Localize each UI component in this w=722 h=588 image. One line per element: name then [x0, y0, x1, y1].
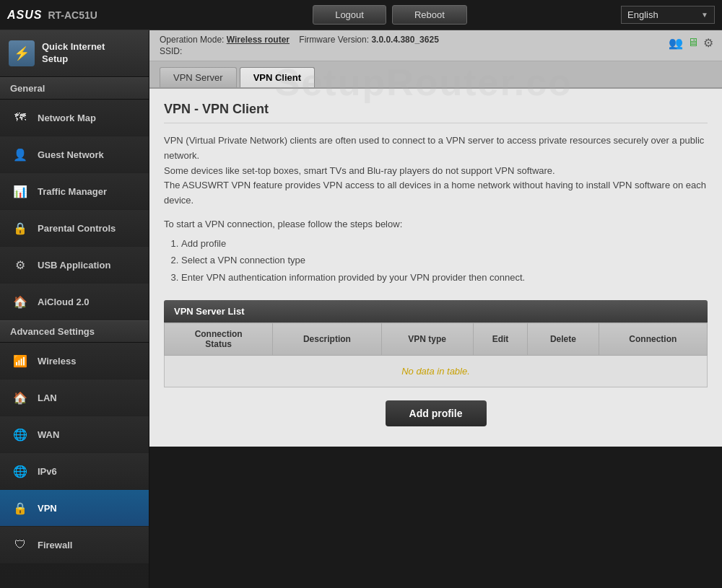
sidebar-label-wan: WAN — [38, 429, 59, 440]
sidebar-label-guest-network: Guest Network — [38, 149, 104, 160]
desc-line-2: Some devices like set-top boxes, smart T… — [164, 165, 555, 176]
col-connection-status: ConnectionStatus — [165, 323, 273, 356]
sidebar-item-wan[interactable]: 🌐 WAN — [0, 416, 149, 453]
sidebar-label-usb-application: USB Application — [38, 260, 110, 271]
content-area: Operation Mode: Wireless router Firmware… — [149, 30, 722, 447]
sidebar-label-lan: LAN — [38, 392, 57, 403]
steps-list: Add profile Select a VPN connection type… — [181, 235, 708, 286]
ipv6-icon: 🌐 — [10, 461, 30, 481]
quick-setup-item[interactable]: ⚡ Quick InternetSetup — [0, 30, 149, 77]
users-icon: 👥 — [669, 36, 683, 50]
page-content: VPN - VPN Client VPN (Virtual Private Ne… — [149, 89, 722, 447]
page-title: VPN - VPN Client — [164, 102, 708, 123]
sidebar-item-network-map[interactable]: 🗺 Network Map — [0, 100, 149, 136]
step-1: Add profile — [181, 235, 708, 252]
col-connection: Connection — [599, 323, 707, 356]
steps-intro: To start a VPN connection, please follow… — [164, 219, 708, 229]
logout-button[interactable]: Logout — [313, 5, 386, 25]
traffic-manager-icon: 📊 — [10, 181, 30, 201]
sidebar-label-ipv6: IPv6 — [38, 466, 57, 477]
vpn-table-section: VPN Server List ConnectionStatus Descrip… — [164, 300, 708, 387]
no-data-cell: No data in table. — [165, 356, 708, 387]
table-header-bar: VPN Server List — [164, 300, 708, 322]
top-buttons: Logout Reboot — [159, 5, 621, 25]
parental-controls-icon: 🔒 — [10, 218, 30, 238]
sidebar-item-parental-controls[interactable]: 🔒 Parental Controls — [0, 210, 149, 247]
advanced-section-header: Advanced Settings — [0, 320, 149, 343]
wan-icon: 🌐 — [10, 424, 30, 444]
connection-status-icon: 🖥 — [687, 36, 699, 50]
desc-line-1: VPN (Virtual Private Network) clients ar… — [164, 135, 704, 161]
chevron-down-icon: ▼ — [701, 11, 708, 19]
ssid-label: SSID: — [160, 46, 182, 56]
wireless-icon: 📶 — [10, 351, 30, 371]
sidebar-item-usb-application[interactable]: ⚙ USB Application — [0, 247, 149, 284]
step-3: Enter VPN authentication information pro… — [181, 269, 708, 286]
tab-vpn-server[interactable]: VPN Server — [160, 67, 237, 87]
sidebar-item-lan[interactable]: 🏠 LAN — [0, 379, 149, 416]
tab-vpn-client[interactable]: VPN Client — [240, 67, 315, 87]
firewall-icon: 🛡 — [10, 535, 30, 555]
quick-setup-label: Quick InternetSetup — [42, 41, 105, 66]
col-description: Description — [273, 323, 381, 356]
vpn-icon: 🔒 — [10, 498, 30, 518]
settings-icon: ⚙ — [703, 36, 713, 50]
firmware-label: Firmware Version: — [299, 35, 369, 45]
sidebar-item-guest-network[interactable]: 👤 Guest Network — [0, 136, 149, 173]
ssid-line: SSID: — [160, 46, 712, 56]
col-vpn-type: VPN type — [381, 323, 473, 356]
language-label: English — [627, 9, 658, 20]
sidebar-item-vpn[interactable]: 🔒 VPN — [0, 490, 149, 527]
operation-mode-line: Operation Mode: Wireless router Firmware… — [160, 35, 712, 45]
reboot-button[interactable]: Reboot — [392, 5, 467, 25]
lan-icon: 🏠 — [10, 387, 30, 408]
col-edit: Edit — [473, 323, 527, 356]
asus-logo: ASUS — [7, 9, 42, 22]
aicloud-icon: 🏠 — [10, 291, 30, 312]
table-header-row: ConnectionStatus Description VPN type Ed… — [165, 323, 708, 356]
language-selector[interactable]: English ▼ — [621, 6, 715, 24]
sidebar-item-wireless[interactable]: 📶 Wireless — [0, 343, 149, 379]
sidebar-label-network-map: Network Map — [38, 113, 96, 123]
col-delete: Delete — [528, 323, 599, 356]
sidebar-label-vpn: VPN — [38, 503, 57, 514]
general-section-header: General — [0, 77, 149, 100]
step-2: Select a VPN connection type — [181, 252, 708, 268]
add-profile-button[interactable]: Add profile — [386, 400, 487, 426]
firmware-value: 3.0.0.4.380_3625 — [371, 35, 438, 45]
description-block: VPN (Virtual Private Network) clients ar… — [164, 133, 708, 209]
info-bar-icons: 👥 🖥 ⚙ — [669, 36, 713, 50]
sidebar-label-traffic-manager: Traffic Manager — [38, 186, 107, 197]
vpn-server-table: ConnectionStatus Description VPN type Ed… — [164, 322, 708, 387]
main-layout: ⚡ Quick InternetSetup General 🗺 Network … — [0, 30, 722, 588]
info-bar: Operation Mode: Wireless router Firmware… — [149, 30, 722, 61]
sidebar: ⚡ Quick InternetSetup General 🗺 Network … — [0, 30, 149, 588]
table-empty-row: No data in table. — [165, 356, 708, 387]
sidebar-item-aicloud[interactable]: 🏠 AiCloud 2.0 — [0, 284, 149, 320]
operation-mode-value[interactable]: Wireless router — [227, 35, 290, 45]
sidebar-item-ipv6[interactable]: 🌐 IPv6 — [0, 453, 149, 490]
sidebar-item-traffic-manager[interactable]: 📊 Traffic Manager — [0, 173, 149, 210]
sidebar-label-parental-controls: Parental Controls — [38, 223, 116, 234]
usb-application-icon: ⚙ — [10, 255, 30, 275]
logo-area: ASUS RT-AC51U — [7, 9, 159, 22]
sidebar-label-firewall: Firewall — [38, 540, 72, 550]
quick-setup-icon: ⚡ — [9, 40, 35, 66]
guest-network-icon: 👤 — [10, 144, 30, 164]
sidebar-item-firewall[interactable]: 🛡 Firewall — [0, 527, 149, 563]
desc-line-3: The ASUSWRT VPN feature provides VPN acc… — [164, 180, 706, 206]
top-bar: ASUS RT-AC51U Logout Reboot English ▼ — [0, 0, 722, 30]
operation-mode-label: Operation Mode: — [160, 35, 224, 45]
tabs-bar: VPN Server VPN Client — [149, 61, 722, 89]
network-map-icon: 🗺 — [10, 107, 30, 128]
sidebar-label-aicloud: AiCloud 2.0 — [38, 297, 90, 307]
sidebar-label-wireless: Wireless — [38, 356, 76, 367]
model-name: RT-AC51U — [48, 9, 97, 21]
